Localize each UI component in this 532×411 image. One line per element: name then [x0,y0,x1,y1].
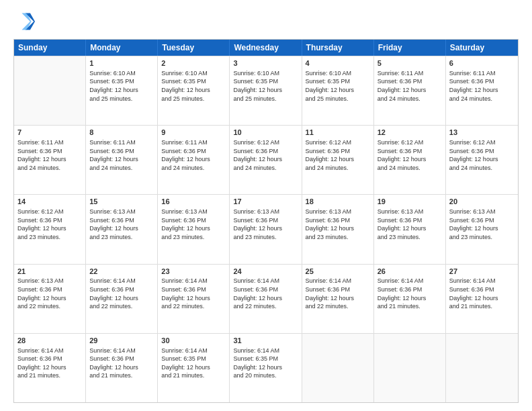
calendar-cell: 7Sunrise: 6:11 AM Sunset: 6:36 PM Daylig… [14,126,86,194]
calendar-cell: 31Sunrise: 6:14 AM Sunset: 6:35 PM Dayli… [230,334,302,402]
cell-info: Sunrise: 6:14 AM Sunset: 6:36 PM Dayligh… [233,277,298,310]
cell-info: Sunrise: 6:14 AM Sunset: 6:36 PM Dayligh… [449,277,515,310]
cell-info: Sunrise: 6:12 AM Sunset: 6:36 PM Dayligh… [233,138,298,172]
calendar-cell: 3Sunrise: 6:10 AM Sunset: 6:35 PM Daylig… [230,56,302,125]
day-number: 30 [161,336,226,346]
cell-info: Sunrise: 6:11 AM Sunset: 6:36 PM Dayligh… [449,69,515,103]
day-number: 2 [161,58,226,68]
cell-info: Sunrise: 6:13 AM Sunset: 6:36 PM Dayligh… [306,208,370,241]
cell-info: Sunrise: 6:13 AM Sunset: 6:36 PM Dayligh… [161,208,226,241]
calendar-cell: 23Sunrise: 6:14 AM Sunset: 6:36 PM Dayli… [158,265,230,333]
calendar-cell: 26Sunrise: 6:14 AM Sunset: 6:36 PM Dayli… [374,265,446,333]
day-number: 26 [378,267,442,277]
day-number: 13 [449,128,515,138]
day-number: 6 [449,58,515,68]
cell-info: Sunrise: 6:10 AM Sunset: 6:35 PM Dayligh… [306,69,370,103]
calendar-row: 1Sunrise: 6:10 AM Sunset: 6:35 PM Daylig… [14,56,518,125]
logo-icon [13,11,35,32]
calendar-header-cell: Tuesday [158,40,230,56]
calendar-header-cell: Wednesday [230,40,302,56]
day-number: 9 [161,128,226,138]
calendar-cell: 8Sunrise: 6:11 AM Sunset: 6:36 PM Daylig… [86,126,158,194]
day-number: 17 [233,197,298,207]
calendar-cell: 11Sunrise: 6:12 AM Sunset: 6:36 PM Dayli… [302,126,374,194]
calendar-header-cell: Saturday [446,40,518,56]
calendar-cell: 1Sunrise: 6:10 AM Sunset: 6:35 PM Daylig… [86,56,158,125]
cell-info: Sunrise: 6:11 AM Sunset: 6:36 PM Dayligh… [378,69,442,103]
calendar-cell [302,334,374,402]
calendar-cell: 18Sunrise: 6:13 AM Sunset: 6:36 PM Dayli… [302,195,374,263]
calendar-row: 28Sunrise: 6:14 AM Sunset: 6:36 PM Dayli… [14,333,518,402]
cell-info: Sunrise: 6:14 AM Sunset: 6:36 PM Dayligh… [17,347,82,380]
day-number: 24 [233,267,298,277]
day-number: 29 [89,336,154,346]
day-number: 18 [306,197,370,207]
cell-info: Sunrise: 6:11 AM Sunset: 6:36 PM Dayligh… [161,138,226,172]
calendar-row: 14Sunrise: 6:12 AM Sunset: 6:36 PM Dayli… [14,194,518,263]
day-number: 23 [161,267,226,277]
cell-info: Sunrise: 6:13 AM Sunset: 6:36 PM Dayligh… [89,208,154,241]
calendar-header-cell: Friday [374,40,446,56]
cell-info: Sunrise: 6:11 AM Sunset: 6:36 PM Dayligh… [17,138,82,172]
calendar-cell: 13Sunrise: 6:12 AM Sunset: 6:36 PM Dayli… [446,126,518,194]
cell-info: Sunrise: 6:13 AM Sunset: 6:36 PM Dayligh… [449,208,515,241]
calendar-cell: 17Sunrise: 6:13 AM Sunset: 6:36 PM Dayli… [230,195,302,263]
calendar-header: SundayMondayTuesdayWednesdayThursdayFrid… [14,40,518,56]
calendar-cell [446,334,518,402]
calendar-cell: 27Sunrise: 6:14 AM Sunset: 6:36 PM Dayli… [446,265,518,333]
cell-info: Sunrise: 6:13 AM Sunset: 6:36 PM Dayligh… [378,208,442,241]
cell-info: Sunrise: 6:10 AM Sunset: 6:35 PM Dayligh… [89,69,154,103]
page: SundayMondayTuesdayWednesdayThursdayFrid… [0,0,532,411]
calendar-body: 1Sunrise: 6:10 AM Sunset: 6:35 PM Daylig… [14,56,518,402]
calendar-cell: 4Sunrise: 6:10 AM Sunset: 6:35 PM Daylig… [302,56,374,125]
cell-info: Sunrise: 6:14 AM Sunset: 6:36 PM Dayligh… [89,277,154,310]
cell-info: Sunrise: 6:10 AM Sunset: 6:35 PM Dayligh… [233,69,298,103]
calendar-cell: 6Sunrise: 6:11 AM Sunset: 6:36 PM Daylig… [446,56,518,125]
calendar-cell: 30Sunrise: 6:14 AM Sunset: 6:35 PM Dayli… [158,334,230,402]
calendar-cell: 20Sunrise: 6:13 AM Sunset: 6:36 PM Dayli… [446,195,518,263]
day-number: 19 [378,197,442,207]
cell-info: Sunrise: 6:12 AM Sunset: 6:36 PM Dayligh… [378,138,442,172]
day-number: 31 [233,336,298,346]
calendar-cell [374,334,446,402]
day-number: 8 [89,128,154,138]
cell-info: Sunrise: 6:14 AM Sunset: 6:36 PM Dayligh… [306,277,370,310]
day-number: 22 [89,267,154,277]
cell-info: Sunrise: 6:13 AM Sunset: 6:36 PM Dayligh… [17,277,82,310]
cell-info: Sunrise: 6:14 AM Sunset: 6:35 PM Dayligh… [161,347,226,380]
day-number: 28 [17,336,82,346]
calendar-cell [14,56,86,125]
cell-info: Sunrise: 6:11 AM Sunset: 6:36 PM Dayligh… [89,138,154,172]
day-number: 4 [306,58,370,68]
cell-info: Sunrise: 6:14 AM Sunset: 6:36 PM Dayligh… [89,347,154,380]
calendar-cell: 28Sunrise: 6:14 AM Sunset: 6:36 PM Dayli… [14,334,86,402]
day-number: 21 [17,267,82,277]
cell-info: Sunrise: 6:14 AM Sunset: 6:35 PM Dayligh… [233,347,298,380]
calendar: SundayMondayTuesdayWednesdayThursdayFrid… [13,39,519,403]
calendar-cell: 9Sunrise: 6:11 AM Sunset: 6:36 PM Daylig… [158,126,230,194]
calendar-header-cell: Thursday [302,40,374,56]
cell-info: Sunrise: 6:13 AM Sunset: 6:36 PM Dayligh… [233,208,298,241]
calendar-row: 21Sunrise: 6:13 AM Sunset: 6:36 PM Dayli… [14,264,518,333]
day-number: 14 [17,197,82,207]
day-number: 5 [378,58,442,68]
day-number: 12 [378,128,442,138]
day-number: 25 [306,267,370,277]
calendar-header-cell: Sunday [14,40,86,56]
calendar-cell: 16Sunrise: 6:13 AM Sunset: 6:36 PM Dayli… [158,195,230,263]
calendar-cell: 12Sunrise: 6:12 AM Sunset: 6:36 PM Dayli… [374,126,446,194]
calendar-cell: 29Sunrise: 6:14 AM Sunset: 6:36 PM Dayli… [86,334,158,402]
calendar-cell: 5Sunrise: 6:11 AM Sunset: 6:36 PM Daylig… [374,56,446,125]
cell-info: Sunrise: 6:10 AM Sunset: 6:35 PM Dayligh… [161,69,226,103]
calendar-cell: 14Sunrise: 6:12 AM Sunset: 6:36 PM Dayli… [14,195,86,263]
calendar-cell: 15Sunrise: 6:13 AM Sunset: 6:36 PM Dayli… [86,195,158,263]
calendar-cell: 21Sunrise: 6:13 AM Sunset: 6:36 PM Dayli… [14,265,86,333]
cell-info: Sunrise: 6:12 AM Sunset: 6:36 PM Dayligh… [449,138,515,172]
calendar-cell: 2Sunrise: 6:10 AM Sunset: 6:35 PM Daylig… [158,56,230,125]
day-number: 1 [89,58,154,68]
calendar-header-cell: Monday [86,40,158,56]
cell-info: Sunrise: 6:12 AM Sunset: 6:36 PM Dayligh… [306,138,370,172]
header [13,11,519,32]
calendar-cell: 24Sunrise: 6:14 AM Sunset: 6:36 PM Dayli… [230,265,302,333]
cell-info: Sunrise: 6:14 AM Sunset: 6:36 PM Dayligh… [161,277,226,310]
